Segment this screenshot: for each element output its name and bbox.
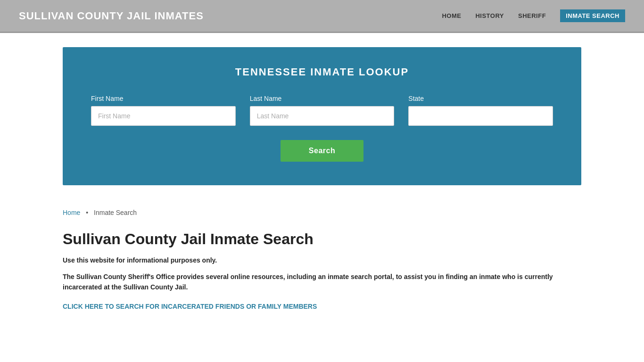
first-name-input[interactable] (91, 106, 236, 126)
first-name-label: First Name (91, 95, 236, 102)
state-label: State (408, 95, 553, 102)
search-link[interactable]: CLICK HERE to Search for Incarcerated Fr… (63, 303, 317, 310)
nav-inmate-search[interactable]: INMATE SEARCH (560, 9, 625, 22)
state-input[interactable]: Tennessee (408, 106, 553, 126)
main-nav: HOME HISTORY SHERIFF INMATE SEARCH (442, 9, 625, 22)
nav-home[interactable]: HOME (442, 12, 461, 19)
breadcrumb: Home • Inmate Search (63, 199, 581, 221)
search-button[interactable]: Search (281, 140, 363, 162)
last-name-label: Last Name (250, 95, 395, 102)
nav-history[interactable]: HISTORY (475, 12, 504, 19)
main-content: Sullivan County Jail Inmate Search Use t… (63, 230, 581, 329)
state-group: State Tennessee (408, 95, 553, 126)
description-para: The Sullivan County Sheriff's Office pro… (63, 272, 581, 293)
search-fields-row: First Name Last Name State Tennessee (91, 95, 553, 126)
lookup-title: TENNESSEE INMATE LOOKUP (91, 66, 553, 78)
page-title: Sullivan County Jail Inmate Search (63, 230, 581, 248)
last-name-input[interactable] (250, 106, 395, 126)
site-header: SULLIVAN COUNTY JAIL INMATES HOME HISTOR… (0, 0, 644, 33)
breadcrumb-home-link[interactable]: Home (63, 209, 80, 216)
inmate-lookup-section: TENNESSEE INMATE LOOKUP First Name Last … (63, 47, 581, 185)
last-name-group: Last Name (250, 95, 395, 126)
site-title: SULLIVAN COUNTY JAIL INMATES (19, 10, 204, 22)
first-name-group: First Name (91, 95, 236, 126)
breadcrumb-current: Inmate Search (94, 209, 137, 216)
search-btn-row: Search (91, 140, 553, 162)
nav-sheriff[interactable]: SHERIFF (518, 12, 546, 19)
description-bold: Use this website for informational purpo… (63, 256, 581, 264)
breadcrumb-separator: • (86, 209, 88, 216)
